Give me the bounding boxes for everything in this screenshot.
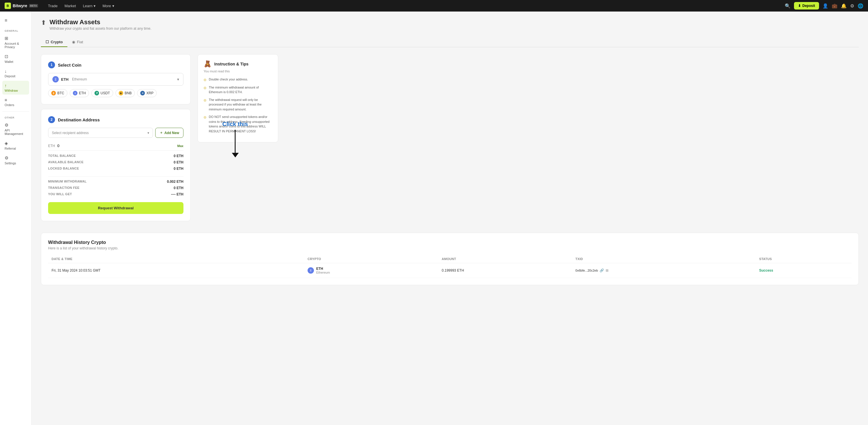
app-name: Bitwyre xyxy=(13,3,27,8)
history-section: Withdrawal History Crypto Here is a list… xyxy=(41,233,859,285)
total-balance-value: 0 ETH xyxy=(174,154,183,158)
crypto-tab-icon: ☐ xyxy=(45,40,49,44)
sidebar-item-wallet[interactable]: ⊡ Wallet xyxy=(2,52,29,66)
coin-fullname: Ethereum xyxy=(72,77,87,81)
txid-cell: 0x6bfe...20c2eb 🔗 ⊞ xyxy=(576,268,752,273)
sidebar-divider xyxy=(2,111,29,112)
sidebar-item-withdraw[interactable]: ↑ Withdraw xyxy=(2,81,29,94)
nav-market[interactable]: Market xyxy=(62,3,79,9)
quick-coin-xrp[interactable]: ✕ XRP xyxy=(137,89,157,97)
instructions-icon: 🧸 xyxy=(204,60,211,68)
row-status: Success xyxy=(756,263,851,278)
available-balance-value: 0 ETH xyxy=(174,160,183,164)
total-balance-label: TOTAL BALANCE xyxy=(48,154,76,158)
deposit-button[interactable]: ⬇ Deposit xyxy=(794,2,819,9)
history-coin-symbol: ETH xyxy=(316,267,330,271)
transaction-fee-row: TRANSACTION FEE 0 ETH xyxy=(48,185,183,191)
nav-more[interactable]: More ▾ xyxy=(100,3,117,9)
instruction-item-1: Double check your address. xyxy=(204,77,272,82)
step-badge-2: 2 xyxy=(48,116,55,123)
eth-label: ETH xyxy=(79,91,86,95)
max-button[interactable]: Max xyxy=(177,144,183,148)
copy-icon[interactable]: 🔗 xyxy=(599,268,604,273)
tab-fiat[interactable]: ◉ Fiat xyxy=(67,37,88,47)
history-coin-name: Ethereum xyxy=(316,271,330,274)
you-will-get-value: ---- ETH xyxy=(171,192,183,196)
layout: ≡ GENERAL ⊞ Account & Privacy ⊡ Wallet ↓… xyxy=(0,11,868,425)
xrp-icon: ✕ xyxy=(140,91,145,95)
sidebar-item-account[interactable]: ⊞ Account & Privacy xyxy=(2,33,29,51)
eth-icon: Ξ xyxy=(73,91,78,95)
quick-coin-bnb[interactable]: B BNB xyxy=(116,89,135,97)
locked-balance-value: 0 ETH xyxy=(174,167,183,171)
quick-coin-btc[interactable]: ₿ BTC xyxy=(48,89,67,97)
globe-icon[interactable]: 🌐 xyxy=(858,3,863,9)
sidebar-item-api[interactable]: ⚙ API Management xyxy=(2,120,29,138)
quick-coin-eth[interactable]: Ξ ETH xyxy=(70,89,89,97)
sidebar: ≡ GENERAL ⊞ Account & Privacy ⊡ Wallet ↓… xyxy=(0,11,32,425)
history-coin-info: ETH Ethereum xyxy=(316,267,330,274)
quick-coin-usdt[interactable]: ₮ USDT xyxy=(91,89,113,97)
page-header: ⬆ Withdraw Assets Withdraw your crypto a… xyxy=(41,19,859,31)
available-balance-row: AVAILABLE BALANCE 0 ETH xyxy=(48,159,183,166)
logo[interactable]: B Bitwyre BETA xyxy=(5,3,38,9)
table-row: Fri, 31 May 2024 10:03:51 GMT Ξ ETH Ethe… xyxy=(48,263,851,278)
col-txid: TxID xyxy=(572,255,756,263)
nav-trade[interactable]: Trade xyxy=(45,3,60,9)
sidebar-general-label: GENERAL xyxy=(2,27,29,33)
nav-learn[interactable]: Learn ▾ xyxy=(80,3,98,9)
click-this-annotation: Click this xyxy=(222,121,248,158)
api-icon: ⚙ xyxy=(5,122,8,128)
topnav: B Bitwyre BETA Trade Market Learn ▾ More… xyxy=(0,0,868,11)
sidebar-item-api-label: API Management xyxy=(5,129,27,136)
settings-icon[interactable]: ⚙ xyxy=(850,3,854,9)
coin-selector[interactable]: Ξ ETH Ethereum ▾ xyxy=(48,73,183,86)
wallet-icon[interactable]: 💼 xyxy=(832,3,837,9)
instruction-item-3: The withdrawal request will only be proc… xyxy=(204,97,272,112)
click-this-text: Click this xyxy=(222,121,248,128)
select-coin-section: 1 Select Coin Ξ ETH Ethereum ▾ ₿ xyxy=(41,54,191,104)
tabs: ☐ Crypto ◉ Fiat xyxy=(41,37,859,47)
instructions-subtitle: You must read this xyxy=(204,69,272,73)
page-subtitle: Withdraw your crypto and fiat assets fro… xyxy=(50,27,151,31)
page-title: Withdraw Assets xyxy=(50,19,151,26)
settings-sidebar-icon: ⚙ xyxy=(5,155,8,161)
sidebar-item-withdraw-label: Withdraw xyxy=(5,89,18,92)
content-left: 1 Select Coin Ξ ETH Ethereum ▾ ₿ xyxy=(41,54,191,226)
user-icon[interactable]: 👤 xyxy=(823,3,828,9)
address-row: Select recipient address ▾ ＋ Add New xyxy=(48,128,183,138)
hamburger-icon[interactable]: ≡ xyxy=(2,16,29,25)
status-badge: Success xyxy=(759,268,773,273)
topnav-links: Trade Market Learn ▾ More ▾ xyxy=(45,3,785,9)
sidebar-other-label: OTHER xyxy=(2,114,29,120)
content-grid: 1 Select Coin Ξ ETH Ethereum ▾ ₿ xyxy=(41,54,859,226)
sidebar-item-settings[interactable]: ⚙ Settings xyxy=(2,153,29,167)
instructions-header: 🧸 Instruction & Tips xyxy=(204,60,272,68)
you-will-get-label: YOU WILL GET xyxy=(48,192,72,196)
balance-divider xyxy=(48,176,183,177)
min-withdrawal-label: MINIMUM WITHDRAWAL xyxy=(48,180,87,184)
sidebar-item-deposit[interactable]: ↓ Deposit xyxy=(2,66,29,80)
chevron-down-icon: ▾ xyxy=(112,4,114,8)
bell-icon[interactable]: 🔔 xyxy=(841,3,847,9)
amount-input[interactable] xyxy=(57,144,80,148)
col-amount: Amount xyxy=(438,255,572,263)
search-icon[interactable]: 🔍 xyxy=(785,3,790,9)
account-icon: ⊞ xyxy=(5,36,8,41)
total-balance-row: TOTAL BALANCE 0 ETH xyxy=(48,153,183,159)
sidebar-item-wallet-label: Wallet xyxy=(5,60,13,63)
external-link-icon[interactable]: ⊞ xyxy=(606,268,609,273)
sidebar-item-referral[interactable]: ◈ Referral xyxy=(2,138,29,152)
history-coin-cell: Ξ ETH Ethereum xyxy=(308,267,435,274)
sidebar-item-orders[interactable]: ≡ Orders xyxy=(2,95,29,109)
add-new-button[interactable]: ＋ Add New xyxy=(155,128,183,138)
instructions-title: Instruction & Tips xyxy=(214,62,249,66)
min-withdrawal-row: MINIMUM WITHDRAWAL 0.002 ETH xyxy=(48,178,183,185)
request-withdrawal-button[interactable]: Request Withdrawal xyxy=(48,202,183,214)
address-selector[interactable]: Select recipient address ▾ xyxy=(48,128,153,138)
eth-coin-icon: Ξ xyxy=(53,76,59,82)
sidebar-item-orders-label: Orders xyxy=(5,103,14,107)
upload-icon: ⬆ xyxy=(41,19,46,27)
tab-crypto[interactable]: ☐ Crypto xyxy=(41,37,67,47)
deposit-icon: ↓ xyxy=(5,68,7,74)
